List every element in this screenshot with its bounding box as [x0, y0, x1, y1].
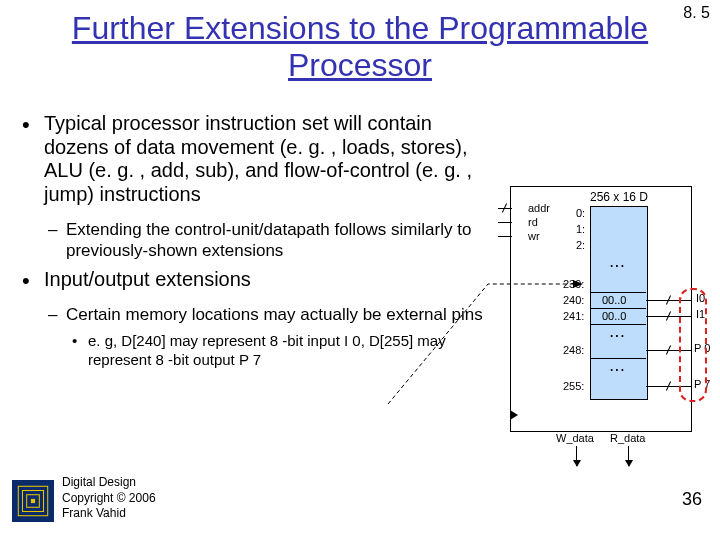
divider-248	[590, 358, 646, 359]
divider-239	[590, 292, 646, 293]
wr-bus	[498, 236, 512, 237]
ellipsis-3: ...	[610, 360, 626, 374]
row-1: 1:	[576, 223, 585, 235]
slide: 8. 5 Further Extensions to the Programma…	[0, 0, 720, 540]
wr-label: wr	[528, 230, 540, 242]
bullet-1: Typical processor instruction set will c…	[22, 112, 492, 206]
wdata-label: W_data	[556, 432, 594, 444]
memory-title: 256 x 16 D	[590, 190, 648, 204]
logo-icon	[12, 480, 54, 522]
slide-title: Further Extensions to the Programmable P…	[0, 10, 720, 84]
footer-text: Digital Design Copyright © 2006 Frank Va…	[62, 475, 156, 522]
divider-240	[590, 308, 646, 309]
ellipsis-1: ...	[610, 256, 626, 270]
svg-rect-4	[31, 499, 35, 503]
rd-bus	[498, 222, 512, 223]
footer-line-3: Frank Vahid	[62, 506, 156, 522]
wdata-arrow-icon	[576, 446, 577, 466]
rdata-arrow-icon	[628, 446, 629, 466]
io-highlight	[679, 288, 707, 402]
divider-241	[590, 324, 646, 325]
footer-line-2: Copyright © 2006	[62, 491, 156, 507]
rdata-label: R_data	[610, 432, 645, 444]
footer-line-1: Digital Design	[62, 475, 156, 491]
ellipsis-2: ...	[610, 326, 626, 340]
clock-icon	[510, 410, 518, 420]
addr-label: addr	[528, 202, 550, 214]
val-240: 00..0	[602, 294, 626, 306]
addr-bus	[498, 208, 512, 209]
row-0: 0:	[576, 207, 585, 219]
row-2: 2:	[576, 239, 585, 251]
page-number: 36	[682, 489, 702, 510]
bullet-1a: Extending the control-unit/datapath foll…	[22, 220, 492, 261]
arrow-dashed	[388, 284, 588, 414]
val-241: 00..0	[602, 310, 626, 322]
rd-label: rd	[528, 216, 538, 228]
